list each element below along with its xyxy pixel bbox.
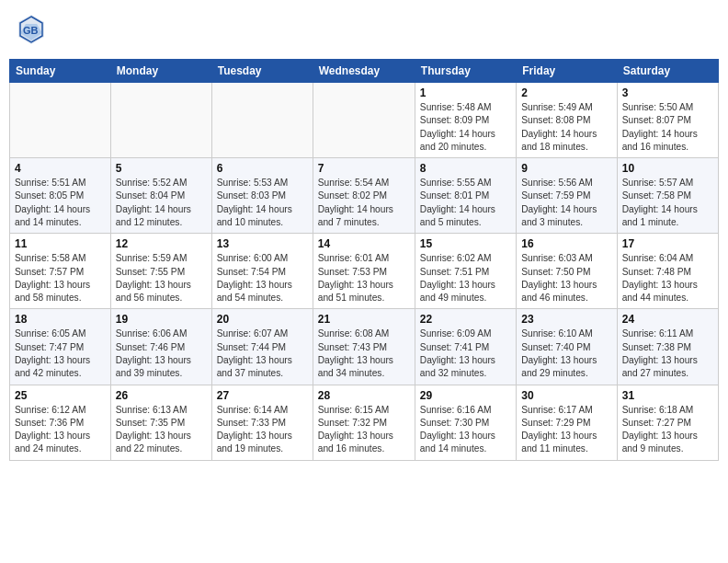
day-info: Sunrise: 6:08 AMSunset: 7:43 PMDaylight:… <box>318 327 410 380</box>
day-info: Sunrise: 5:50 AMSunset: 8:07 PMDaylight:… <box>622 101 713 154</box>
calendar-week-4: 18Sunrise: 6:05 AMSunset: 7:47 PMDayligh… <box>10 309 719 385</box>
calendar-cell: 23Sunrise: 6:10 AMSunset: 7:40 PMDayligh… <box>517 309 617 385</box>
calendar-cell: 30Sunrise: 6:17 AMSunset: 7:29 PMDayligh… <box>517 385 617 460</box>
day-number: 31 <box>622 389 713 402</box>
calendar-cell: 9Sunrise: 5:56 AMSunset: 7:59 PMDaylight… <box>517 158 617 234</box>
weekday-header-wednesday: Wednesday <box>313 60 415 83</box>
calendar-cell: 14Sunrise: 6:01 AMSunset: 7:53 PMDayligh… <box>313 234 415 309</box>
day-info: Sunrise: 5:57 AMSunset: 7:58 PMDaylight:… <box>622 177 713 229</box>
day-info: Sunrise: 6:12 AMSunset: 7:36 PMDaylight:… <box>15 404 106 456</box>
day-info: Sunrise: 6:10 AMSunset: 7:40 PMDaylight:… <box>521 327 611 380</box>
day-info: Sunrise: 6:15 AMSunset: 7:32 PMDaylight:… <box>318 404 410 456</box>
day-info: Sunrise: 6:14 AMSunset: 7:33 PMDaylight:… <box>217 404 308 456</box>
day-number: 29 <box>420 389 511 402</box>
day-number: 25 <box>15 389 106 402</box>
calendar-cell: 31Sunrise: 6:18 AMSunset: 7:27 PMDayligh… <box>617 385 718 460</box>
page-header: GB <box>9 9 719 52</box>
day-number: 2 <box>521 86 611 99</box>
calendar-cell: 22Sunrise: 6:09 AMSunset: 7:41 PMDayligh… <box>415 309 516 385</box>
day-number: 23 <box>521 313 611 326</box>
day-number: 8 <box>420 162 511 175</box>
day-info: Sunrise: 6:03 AMSunset: 7:50 PMDaylight:… <box>521 252 611 304</box>
day-number: 14 <box>318 237 410 250</box>
day-info: Sunrise: 6:09 AMSunset: 7:41 PMDaylight:… <box>420 327 511 380</box>
day-number: 5 <box>116 162 207 175</box>
day-number: 6 <box>217 162 308 175</box>
logo-icon: GB <box>17 13 46 48</box>
day-info: Sunrise: 6:17 AMSunset: 7:29 PMDaylight:… <box>521 404 611 456</box>
calendar-cell: 3Sunrise: 5:50 AMSunset: 8:07 PMDaylight… <box>617 83 718 158</box>
day-info: Sunrise: 5:48 AMSunset: 8:09 PMDaylight:… <box>420 101 511 154</box>
weekday-header-tuesday: Tuesday <box>211 60 313 83</box>
day-number: 16 <box>521 237 611 250</box>
calendar-cell: 27Sunrise: 6:14 AMSunset: 7:33 PMDayligh… <box>211 385 313 460</box>
calendar-week-1: 1Sunrise: 5:48 AMSunset: 8:09 PMDaylight… <box>10 83 719 158</box>
day-number: 15 <box>420 237 511 250</box>
day-info: Sunrise: 5:58 AMSunset: 7:57 PMDaylight:… <box>15 252 106 304</box>
day-number: 30 <box>521 389 611 402</box>
day-info: Sunrise: 5:49 AMSunset: 8:08 PMDaylight:… <box>521 101 611 154</box>
day-number: 26 <box>116 389 207 402</box>
calendar-cell: 8Sunrise: 5:55 AMSunset: 8:01 PMDaylight… <box>415 158 516 234</box>
calendar-cell: 29Sunrise: 6:16 AMSunset: 7:30 PMDayligh… <box>415 385 516 460</box>
calendar-week-3: 11Sunrise: 5:58 AMSunset: 7:57 PMDayligh… <box>10 234 719 309</box>
calendar-cell: 7Sunrise: 5:54 AMSunset: 8:02 PMDaylight… <box>313 158 415 234</box>
day-number: 19 <box>116 313 207 326</box>
day-info: Sunrise: 5:53 AMSunset: 8:03 PMDaylight:… <box>217 177 308 229</box>
calendar-cell: 12Sunrise: 5:59 AMSunset: 7:55 PMDayligh… <box>110 234 211 309</box>
day-info: Sunrise: 6:00 AMSunset: 7:54 PMDaylight:… <box>217 252 308 304</box>
calendar-cell: 6Sunrise: 5:53 AMSunset: 8:03 PMDaylight… <box>211 158 313 234</box>
calendar-cell: 20Sunrise: 6:07 AMSunset: 7:44 PMDayligh… <box>211 309 313 385</box>
day-number: 4 <box>15 162 106 175</box>
day-info: Sunrise: 6:07 AMSunset: 7:44 PMDaylight:… <box>217 327 308 380</box>
weekday-header-monday: Monday <box>110 60 211 83</box>
calendar-cell: 26Sunrise: 6:13 AMSunset: 7:35 PMDayligh… <box>110 385 211 460</box>
calendar-cell: 4Sunrise: 5:51 AMSunset: 8:05 PMDaylight… <box>10 158 111 234</box>
calendar-cell: 10Sunrise: 5:57 AMSunset: 7:58 PMDayligh… <box>617 158 718 234</box>
calendar-cell <box>211 83 313 158</box>
day-number: 13 <box>217 237 308 250</box>
day-number: 27 <box>217 389 308 402</box>
day-number: 24 <box>622 313 713 326</box>
day-info: Sunrise: 6:05 AMSunset: 7:47 PMDaylight:… <box>15 327 106 380</box>
day-info: Sunrise: 6:02 AMSunset: 7:51 PMDaylight:… <box>420 252 511 304</box>
day-number: 22 <box>420 313 511 326</box>
day-info: Sunrise: 6:16 AMSunset: 7:30 PMDaylight:… <box>420 404 511 456</box>
day-number: 3 <box>622 86 713 99</box>
calendar-table: SundayMondayTuesdayWednesdayThursdayFrid… <box>9 59 719 461</box>
day-info: Sunrise: 5:59 AMSunset: 7:55 PMDaylight:… <box>116 252 207 304</box>
calendar-cell: 16Sunrise: 6:03 AMSunset: 7:50 PMDayligh… <box>517 234 617 309</box>
calendar-cell: 11Sunrise: 5:58 AMSunset: 7:57 PMDayligh… <box>10 234 111 309</box>
day-info: Sunrise: 5:51 AMSunset: 8:05 PMDaylight:… <box>15 177 106 229</box>
weekday-header-saturday: Saturday <box>617 60 718 83</box>
calendar-cell: 21Sunrise: 6:08 AMSunset: 7:43 PMDayligh… <box>313 309 415 385</box>
calendar-cell: 19Sunrise: 6:06 AMSunset: 7:46 PMDayligh… <box>110 309 211 385</box>
calendar-cell: 18Sunrise: 6:05 AMSunset: 7:47 PMDayligh… <box>10 309 111 385</box>
calendar-cell: 13Sunrise: 6:00 AMSunset: 7:54 PMDayligh… <box>211 234 313 309</box>
day-number: 21 <box>318 313 410 326</box>
day-info: Sunrise: 6:04 AMSunset: 7:48 PMDaylight:… <box>622 252 713 304</box>
day-number: 28 <box>318 389 410 402</box>
day-number: 17 <box>622 237 713 250</box>
day-number: 1 <box>420 86 511 99</box>
calendar-week-2: 4Sunrise: 5:51 AMSunset: 8:05 PMDaylight… <box>10 158 719 234</box>
calendar-cell: 25Sunrise: 6:12 AMSunset: 7:36 PMDayligh… <box>10 385 111 460</box>
weekday-header-row: SundayMondayTuesdayWednesdayThursdayFrid… <box>10 60 719 83</box>
weekday-header-sunday: Sunday <box>10 60 111 83</box>
day-info: Sunrise: 5:56 AMSunset: 7:59 PMDaylight:… <box>521 177 611 229</box>
weekday-header-thursday: Thursday <box>415 60 516 83</box>
calendar-cell: 2Sunrise: 5:49 AMSunset: 8:08 PMDaylight… <box>517 83 617 158</box>
day-info: Sunrise: 6:18 AMSunset: 7:27 PMDaylight:… <box>622 404 713 456</box>
calendar-cell <box>313 83 415 158</box>
day-number: 18 <box>15 313 106 326</box>
calendar-cell <box>110 83 211 158</box>
calendar-cell: 24Sunrise: 6:11 AMSunset: 7:38 PMDayligh… <box>617 309 718 385</box>
calendar-cell: 1Sunrise: 5:48 AMSunset: 8:09 PMDaylight… <box>415 83 516 158</box>
calendar-cell <box>10 83 111 158</box>
day-number: 7 <box>318 162 410 175</box>
calendar-cell: 15Sunrise: 6:02 AMSunset: 7:51 PMDayligh… <box>415 234 516 309</box>
calendar-week-5: 25Sunrise: 6:12 AMSunset: 7:36 PMDayligh… <box>10 385 719 460</box>
day-info: Sunrise: 6:01 AMSunset: 7:53 PMDaylight:… <box>318 252 410 304</box>
day-number: 20 <box>217 313 308 326</box>
day-number: 11 <box>15 237 106 250</box>
